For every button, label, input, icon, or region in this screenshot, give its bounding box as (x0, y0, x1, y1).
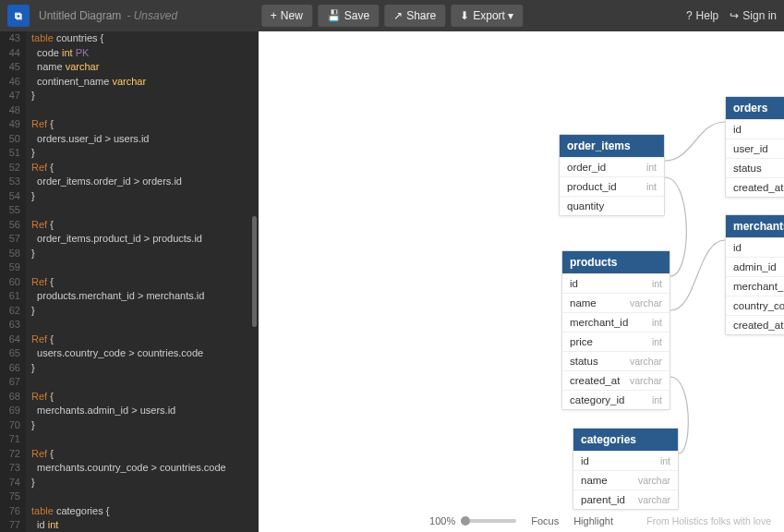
zoom-slider[interactable] (461, 519, 516, 523)
table-column[interactable]: idint (726, 119, 784, 139)
table-column[interactable]: country_codeint (726, 296, 784, 315)
table-column[interactable]: admin_idint (726, 257, 784, 276)
db-table-products[interactable]: productsidintnamevarcharmerchant_idintpr… (561, 250, 670, 410)
topbar: ⧉ Untitled Diagram - Unsaved +New 💾Save … (0, 0, 784, 31)
table-header[interactable]: products (562, 251, 669, 273)
table-column[interactable]: idint (562, 273, 669, 293)
diagram-canvas[interactable]: ordersidintuser_idintstatusvarcharcreate… (259, 31, 784, 532)
signin-link[interactable]: ↪Sign in (730, 9, 777, 22)
highlight-toggle[interactable]: Highlight (573, 515, 613, 526)
table-column[interactable]: parent_idvarchar (573, 490, 678, 509)
code-editor[interactable]: 4344454647484950515253545556575859606162… (0, 31, 259, 532)
footer-credit: From Holistics folks with love (646, 515, 771, 526)
save-button[interactable]: 💾Save (318, 5, 379, 27)
share-button[interactable]: ↗Share (384, 5, 445, 27)
table-column[interactable]: order_idint (560, 157, 664, 176)
new-button[interactable]: +New (261, 5, 312, 27)
help-icon: ? (686, 9, 693, 22)
table-column[interactable]: quantity (560, 196, 664, 215)
table-column[interactable]: user_idint (726, 139, 784, 158)
table-column[interactable]: created_atvarchar (726, 315, 784, 334)
table-column[interactable]: merchant_namevarchar (726, 276, 784, 296)
document-title[interactable]: Untitled Diagram (39, 9, 121, 22)
table-column[interactable]: priceint (562, 332, 669, 351)
table-column[interactable]: category_idint (562, 390, 669, 409)
table-column[interactable]: created_atvarchar (562, 370, 669, 390)
save-icon: 💾 (327, 9, 341, 22)
zoom-value: 100% (429, 515, 455, 526)
table-column[interactable]: idint (573, 451, 678, 470)
table-header[interactable]: categories (573, 429, 678, 451)
app-logo[interactable]: ⧉ (7, 5, 30, 27)
table-column[interactable]: namevarchar (573, 470, 678, 490)
download-icon: ⬇ (460, 9, 469, 22)
share-icon: ↗ (393, 9, 403, 22)
table-column[interactable]: idint (726, 237, 784, 257)
plus-icon: + (271, 9, 277, 22)
table-column[interactable]: merchant_idint (562, 312, 669, 332)
db-table-order_items[interactable]: order_itemsorder_idintproduct_idintquant… (559, 134, 665, 216)
db-table-merchants[interactable]: merchantsidintadmin_idintmerchant_nameva… (725, 214, 784, 335)
table-header[interactable]: merchants (726, 215, 784, 237)
table-header[interactable]: order_items (560, 135, 664, 157)
table-column[interactable]: namevarchar (562, 293, 669, 312)
table-column[interactable]: created_atvarchar (726, 177, 784, 197)
table-column[interactable]: product_idint (560, 176, 664, 196)
db-table-categories[interactable]: categoriesidintnamevarcharparent_idvarch… (573, 428, 679, 510)
db-table-orders[interactable]: ordersidintuser_idintstatusvarcharcreate… (725, 96, 784, 198)
canvas-footer: 100% Focus Highlight From Holistics folk… (259, 515, 784, 526)
table-column[interactable]: statusvarchar (726, 158, 784, 177)
signin-icon: ↪ (730, 9, 739, 22)
help-link[interactable]: ?Help (686, 9, 718, 22)
export-button[interactable]: ⬇Export ▾ (451, 5, 523, 27)
relationship-wires (259, 31, 784, 532)
document-status: - Unsaved (127, 9, 177, 22)
focus-toggle[interactable]: Focus (531, 515, 559, 526)
table-header[interactable]: orders (726, 97, 784, 119)
table-column[interactable]: statusvarchar (562, 351, 669, 370)
